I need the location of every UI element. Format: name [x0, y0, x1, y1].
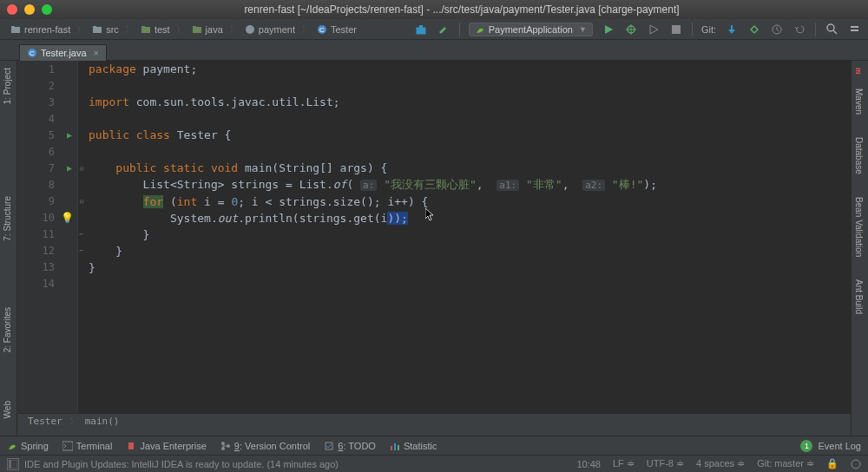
- fold-icon[interactable]: ⊖: [80, 197, 84, 206]
- separator: [692, 23, 693, 36]
- tool-structure[interactable]: 7: Structure: [0, 189, 15, 248]
- breadcrumb-java[interactable]: java: [188, 23, 226, 36]
- vcs-commit-icon[interactable]: [747, 23, 761, 36]
- status-message[interactable]: IDE and Plugin Updates: IntelliJ IDEA is…: [24, 459, 339, 469]
- run-icon[interactable]: [602, 23, 615, 36]
- tool-windows-toggle-icon[interactable]: [7, 458, 19, 470]
- close-window-icon[interactable]: [7, 4, 17, 15]
- readonly-lock-icon[interactable]: 🔒: [826, 458, 838, 469]
- memory-indicator-icon[interactable]: [851, 459, 861, 469]
- tool-event-log[interactable]: Event Log: [818, 441, 861, 451]
- svg-rect-16: [672, 25, 681, 34]
- svg-rect-21: [851, 30, 858, 31]
- code-area[interactable]: package payment; import com.sun.tools.ja…: [89, 61, 851, 413]
- line-number[interactable]: 9⊖: [17, 193, 77, 209]
- line-number[interactable]: 13: [17, 259, 77, 275]
- tool-maven-label[interactable]: Maven: [852, 82, 866, 121]
- breadcrumb-src[interactable]: src: [89, 23, 122, 36]
- folder-icon: [10, 23, 22, 36]
- line-number[interactable]: 5▶: [17, 127, 77, 143]
- line-number[interactable]: 3: [17, 94, 77, 110]
- zoom-window-icon[interactable]: [42, 4, 52, 15]
- make-project-icon[interactable]: [414, 23, 428, 36]
- editor[interactable]: 1 2 3 4 5▶ 6 7▶⊖ 8 9⊖ 10💡 11⌐ 12⌐ 13 14 …: [17, 61, 851, 429]
- svg-rect-24: [62, 442, 73, 450]
- file-tab[interactable]: C Tester.java ×: [19, 44, 107, 61]
- chevron-right-icon: 〉: [176, 23, 185, 36]
- svg-point-8: [246, 25, 254, 34]
- line-number[interactable]: 4: [17, 110, 77, 127]
- separator: [815, 23, 816, 36]
- svg-rect-7: [193, 26, 196, 28]
- run-coverage-icon[interactable]: [647, 23, 661, 36]
- fold-end-icon[interactable]: ⌐: [80, 230, 84, 239]
- status-indent[interactable]: 4 spaces ≑: [696, 458, 745, 469]
- debug-icon[interactable]: [624, 23, 638, 36]
- line-number[interactable]: 14: [17, 275, 77, 292]
- status-line-ending[interactable]: LF ≑: [613, 458, 635, 469]
- line-number[interactable]: 12⌐: [17, 242, 77, 259]
- tool-todo[interactable]: 6: TODO: [324, 441, 376, 451]
- line-number[interactable]: 10💡: [17, 209, 77, 226]
- svg-rect-6: [193, 27, 201, 33]
- line-number[interactable]: 1: [17, 61, 77, 77]
- breadcrumb-label: java: [206, 24, 223, 35]
- spring-leaf-icon: [475, 24, 485, 35]
- tool-spring[interactable]: Spring: [7, 441, 49, 451]
- line-number[interactable]: 11⌐: [17, 226, 77, 242]
- tool-ant-build[interactable]: Ant Build: [852, 272, 866, 321]
- hammer-icon[interactable]: [437, 23, 450, 36]
- tool-project[interactable]: 1: Project: [0, 61, 15, 111]
- editor-breadcrumb: Tester 〉 main(): [17, 413, 851, 429]
- tool-favorites[interactable]: 2: Favorites: [0, 300, 15, 359]
- tool-java-ee[interactable]: Java Enterprise: [126, 441, 206, 451]
- breadcrumb-payment[interactable]: payment: [241, 23, 298, 36]
- breadcrumb-class[interactable]: C Tester: [313, 23, 359, 36]
- line-number[interactable]: 7▶⊖: [17, 160, 77, 176]
- breadcrumb-root[interactable]: renren-fast: [7, 23, 73, 36]
- crumb-class[interactable]: Tester: [28, 416, 62, 427]
- vcs-update-icon[interactable]: [725, 23, 739, 36]
- tool-version-control[interactable]: 9: Version Control: [220, 441, 310, 451]
- tool-maven[interactable]: m: [852, 61, 866, 82]
- folder-icon: [140, 23, 152, 36]
- stop-icon[interactable]: [669, 23, 683, 36]
- tool-statistic[interactable]: Statistic: [390, 441, 437, 451]
- line-number[interactable]: 2: [17, 77, 77, 94]
- folder-icon: [191, 23, 203, 36]
- vcs-history-icon[interactable]: [770, 23, 784, 36]
- breadcrumb-label: test: [155, 24, 170, 35]
- search-icon[interactable]: [825, 23, 838, 36]
- settings-icon[interactable]: [847, 23, 861, 36]
- tool-database[interactable]: Database: [852, 130, 866, 181]
- crumb-method[interactable]: main(): [85, 416, 120, 427]
- file-tab-label: Tester.java: [41, 48, 87, 58]
- close-tab-icon[interactable]: ×: [94, 48, 99, 58]
- breadcrumb-test[interactable]: test: [137, 23, 173, 36]
- breadcrumb-label: Tester: [331, 24, 357, 35]
- status-git-branch[interactable]: Git: master ≑: [757, 458, 814, 469]
- run-config-selector[interactable]: PaymentApplication ▼: [469, 23, 593, 36]
- package-icon: [244, 23, 256, 36]
- svg-rect-0: [11, 27, 20, 33]
- chevron-right-icon: 〉: [76, 23, 85, 36]
- run-gutter-icon[interactable]: ▶: [67, 130, 72, 140]
- tool-web[interactable]: Web: [0, 394, 15, 425]
- fold-icon[interactable]: ⊖: [80, 164, 84, 173]
- toolbar-right: PaymentApplication ▼ Git:: [414, 23, 861, 36]
- chevron-right-icon: 〉: [69, 416, 78, 428]
- tool-terminal[interactable]: Terminal: [62, 441, 113, 451]
- svg-rect-1: [11, 26, 15, 28]
- line-number[interactable]: 6: [17, 143, 77, 160]
- tool-bean-validation[interactable]: Bean Validation: [852, 190, 866, 264]
- intention-bulb-icon[interactable]: 💡: [61, 212, 74, 224]
- minimize-window-icon[interactable]: [24, 4, 35, 15]
- run-gutter-icon[interactable]: ▶: [67, 163, 72, 173]
- event-log-badge[interactable]: 1: [800, 440, 812, 452]
- status-caret-position[interactable]: 10:48: [576, 459, 601, 469]
- line-number[interactable]: 8: [17, 176, 77, 193]
- status-encoding[interactable]: UTF-8 ≑: [647, 458, 684, 469]
- fold-end-icon[interactable]: ⌐: [80, 246, 84, 255]
- folder-icon: [91, 23, 103, 36]
- vcs-revert-icon[interactable]: [792, 23, 806, 36]
